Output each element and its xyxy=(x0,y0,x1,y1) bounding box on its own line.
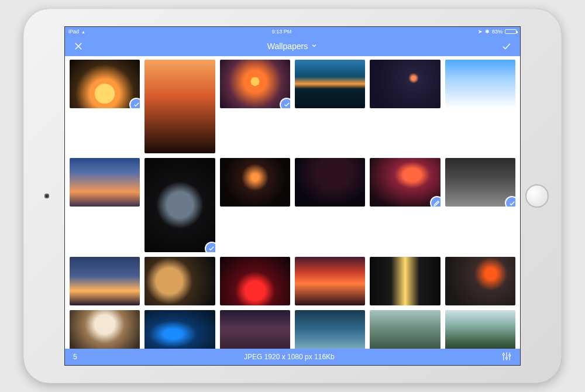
thumbnail-forest-sunset[interactable] xyxy=(295,60,365,108)
app-screen: iPad 9:13 PM ➤ ✱ 83% Wallpapers xyxy=(64,26,521,366)
close-icon[interactable] xyxy=(73,41,84,51)
thumbnail-grid[interactable] xyxy=(65,56,520,349)
nav-bar: Wallpapers xyxy=(65,36,520,56)
thumbnail-jupiter[interactable] xyxy=(144,257,215,305)
thumbnail-lake-reflection[interactable] xyxy=(220,158,290,207)
thumbnail-ice-cave[interactable] xyxy=(144,310,215,349)
footer-bar: 5 JPEG 1920 x 1080 px 116Kb xyxy=(65,349,520,365)
status-bar: iPad 9:13 PM ➤ ✱ 83% xyxy=(65,27,520,36)
thumbnail-purple-dusk[interactable] xyxy=(70,158,140,207)
nav-title-label: Wallpapers xyxy=(267,42,308,51)
thumbnail-green-mountain[interactable] xyxy=(445,310,515,349)
thumbnail-red-smoke[interactable] xyxy=(220,257,290,305)
svg-point-5 xyxy=(509,355,511,356)
thumbnail-surfer-sunset[interactable] xyxy=(144,60,215,153)
chevron-down-icon xyxy=(311,42,318,51)
thumbnail-explosion-cloud[interactable] xyxy=(70,310,140,349)
thumbnail-sun-through-trees[interactable] xyxy=(370,257,440,305)
thumbnail-fire-clouds[interactable] xyxy=(295,257,365,305)
status-carrier: iPad xyxy=(68,29,79,35)
nav-title-dropdown[interactable]: Wallpapers xyxy=(84,42,501,51)
file-detail: JPEG 1920 x 1080 px 116Kb xyxy=(77,353,501,361)
selected-badge-icon xyxy=(129,98,140,108)
svg-point-3 xyxy=(503,353,504,355)
battery-percent: 83% xyxy=(492,29,503,35)
thumbnail-purple-ridges[interactable] xyxy=(220,310,290,349)
thumbnail-earth-dark[interactable] xyxy=(144,158,215,252)
thumbnail-volcano[interactable] xyxy=(445,257,515,305)
sliders-icon[interactable] xyxy=(501,351,512,363)
thumbnail-red-nebula[interactable] xyxy=(370,158,440,207)
selected-badge-icon xyxy=(205,242,215,252)
confirm-icon[interactable] xyxy=(501,41,512,51)
thumbnail-milky-way-shore[interactable] xyxy=(70,257,140,305)
selected-badge-icon xyxy=(505,196,515,207)
battery-icon xyxy=(505,29,517,34)
ipad-home-button[interactable] xyxy=(525,184,549,208)
thumbnail-skyscrapers[interactable] xyxy=(445,158,515,207)
thumbnail-anime-clouds[interactable] xyxy=(445,60,515,108)
thumbnail-sci-fi-tower[interactable] xyxy=(295,310,365,349)
bluetooth-icon: ✱ xyxy=(485,29,490,35)
thumbnail-sparks-night[interactable] xyxy=(295,158,365,207)
status-time: 9:13 PM xyxy=(85,29,478,35)
svg-point-4 xyxy=(506,357,508,359)
selected-badge-icon xyxy=(280,98,290,108)
ipad-frame: iPad 9:13 PM ➤ ✱ 83% Wallpapers xyxy=(23,9,562,383)
location-icon: ➤ xyxy=(478,29,483,35)
edited-badge-icon xyxy=(430,196,441,207)
ipad-camera xyxy=(44,194,49,198)
thumbnail-neon-city[interactable] xyxy=(220,60,290,108)
wifi-icon xyxy=(81,29,85,35)
thumbnail-pagoda-lake[interactable] xyxy=(370,310,440,349)
selection-count: 5 xyxy=(73,353,77,361)
thumbnail-crescent-moon[interactable] xyxy=(370,60,440,108)
thumbnail-moon-reflection[interactable] xyxy=(70,60,140,108)
